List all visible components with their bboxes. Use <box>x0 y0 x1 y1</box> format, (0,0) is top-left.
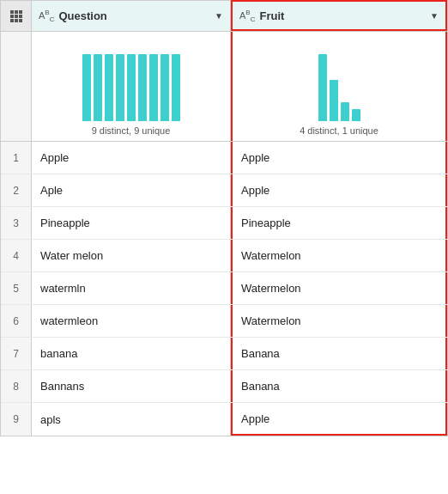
corner-cell <box>1 1 32 31</box>
fruit-type-icon: ABC <box>239 9 255 23</box>
row-number: 8 <box>1 370 32 402</box>
fruit-cell: Watermelon <box>231 240 447 271</box>
fruit-cell: Watermelon <box>231 272 447 304</box>
table-row: 9 apls Apple <box>1 403 447 436</box>
fruit-bar-4 <box>352 109 360 121</box>
table-row: 6 watermleon Watermelon <box>1 305 447 338</box>
question-cell: Pineapple <box>32 207 231 239</box>
row-number: 9 <box>1 403 32 436</box>
main-table: ABC Question ▼ ABC Fruit ▼ 9 disti <box>0 0 448 436</box>
question-dropdown-arrow[interactable]: ▼ <box>215 11 223 21</box>
table-row: 7 banana Banana <box>1 338 447 370</box>
header-row: ABC Question ▼ ABC Fruit ▼ <box>1 1 447 32</box>
bar-1 <box>82 54 91 121</box>
table-row: 1 Apple Apple <box>1 142 447 174</box>
fruit-cell: Apple <box>231 403 447 436</box>
fruit-cell: Pineapple <box>231 207 447 239</box>
fruit-cell: Apple <box>231 142 447 174</box>
fruit-cell: Banana <box>231 338 447 369</box>
bar-5 <box>127 54 136 121</box>
question-cell: apls <box>32 403 231 436</box>
question-type-icon: ABC <box>39 9 54 23</box>
fruit-cell: Banana <box>231 370 447 402</box>
bar-4 <box>116 54 124 121</box>
fruit-cell: Watermelon <box>231 305 447 337</box>
table-row: 4 Water melon Watermelon <box>1 240 447 272</box>
table-row: 5 watermln Watermelon <box>1 272 447 305</box>
row-number: 6 <box>1 305 32 337</box>
fruit-bar-2 <box>330 80 338 121</box>
bar-9 <box>172 54 180 121</box>
question-cell: banana <box>32 338 231 369</box>
question-bars <box>82 54 180 121</box>
question-chart-label: 9 distinct, 9 unique <box>92 125 171 136</box>
fruit-bar-3 <box>341 102 349 121</box>
row-number: 4 <box>1 240 32 271</box>
bar-7 <box>149 54 158 121</box>
table-row: 2 Aple Apple <box>1 174 447 207</box>
question-cell: watermleon <box>32 305 231 337</box>
question-header-label: Question <box>58 9 210 22</box>
question-cell: Aple <box>32 174 231 206</box>
row-number: 2 <box>1 174 32 206</box>
table-row: 8 Bannans Banana <box>1 370 447 403</box>
table-row: 3 Pineapple Pineapple <box>1 207 447 240</box>
row-number: 3 <box>1 207 32 239</box>
question-column-header[interactable]: ABC Question ▼ <box>32 1 231 31</box>
row-number: 1 <box>1 142 32 174</box>
question-cell: Water melon <box>32 240 231 271</box>
fruit-header-label: Fruit <box>259 9 426 22</box>
question-cell: watermln <box>32 272 231 304</box>
row-number: 7 <box>1 338 32 369</box>
chart-num-cell <box>1 32 32 141</box>
grid-icon <box>10 10 22 22</box>
fruit-column-header[interactable]: ABC Fruit ▼ <box>231 0 447 31</box>
fruit-chart-label: 4 distinct, 1 unique <box>300 125 378 136</box>
fruit-bars <box>318 54 360 121</box>
chart-section: 9 distinct, 9 unique 4 distinct, 1 uniqu… <box>1 32 447 142</box>
fruit-cell: Apple <box>231 174 447 206</box>
question-cell: Bannans <box>32 370 231 402</box>
fruit-dropdown-arrow[interactable]: ▼ <box>430 11 439 21</box>
bar-6 <box>138 54 147 121</box>
bar-8 <box>160 54 169 121</box>
fruit-bar-1 <box>318 54 327 121</box>
question-chart-cell: 9 distinct, 9 unique <box>32 32 231 141</box>
fruit-chart-cell: 4 distinct, 1 unique <box>231 32 447 141</box>
bar-3 <box>105 54 113 121</box>
row-number: 5 <box>1 272 32 304</box>
bar-2 <box>94 54 102 121</box>
question-cell: Apple <box>32 142 231 174</box>
